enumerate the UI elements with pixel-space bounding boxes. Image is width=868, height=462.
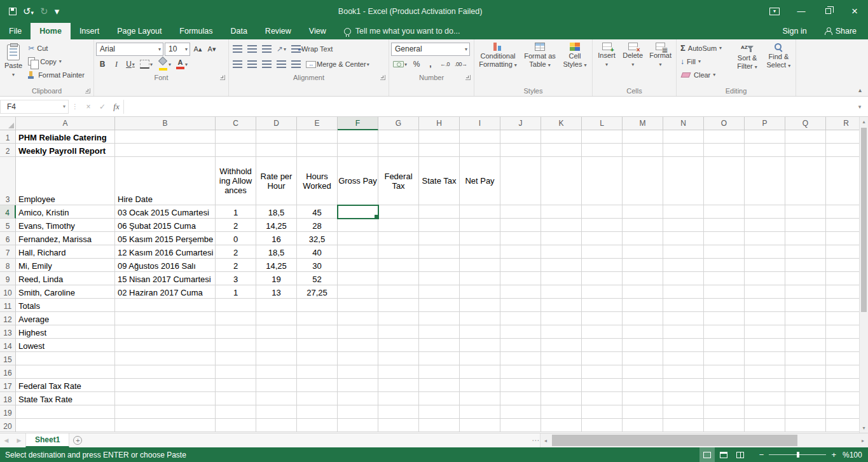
cell-I5[interactable] — [460, 219, 500, 232]
cell-E3[interactable]: Hours Worked — [297, 157, 338, 205]
cell-G12[interactable] — [378, 312, 419, 325]
cell-L15[interactable] — [582, 352, 623, 365]
tab-review[interactable]: Review — [256, 23, 300, 39]
cell-D12[interactable] — [256, 312, 297, 325]
column-header-D[interactable]: D — [256, 117, 297, 130]
cell-K17[interactable] — [541, 379, 582, 392]
cell-H15[interactable] — [419, 352, 460, 365]
cell-F6[interactable] — [338, 232, 378, 245]
column-header-K[interactable]: K — [541, 117, 582, 130]
cell-G9[interactable] — [378, 272, 419, 285]
row-header-18[interactable]: 18 — [0, 392, 16, 405]
cell-C19[interactable] — [216, 405, 256, 419]
cell-N4[interactable] — [663, 205, 704, 219]
tab-data[interactable]: Data — [221, 23, 256, 39]
save-icon[interactable] — [9, 8, 17, 15]
cell-F11[interactable] — [338, 299, 378, 312]
page-break-view-button[interactable] — [733, 447, 748, 462]
cell-B18[interactable] — [115, 392, 216, 405]
bottom-align-button[interactable] — [260, 43, 273, 56]
horizontal-scroll-thumb[interactable] — [552, 435, 797, 446]
horizontal-scrollbar[interactable]: ◂ ▸ — [540, 433, 868, 447]
cell-Q2[interactable] — [785, 144, 826, 157]
cell-M17[interactable] — [623, 379, 663, 392]
cell-G8[interactable] — [378, 259, 419, 272]
cell-C16[interactable] — [216, 365, 256, 379]
undo-button[interactable]: ↺▾ — [23, 6, 34, 17]
cell-E18[interactable] — [297, 392, 338, 405]
cell-C4[interactable]: 1 — [216, 205, 256, 219]
cell-P3[interactable] — [745, 157, 785, 205]
cell-N1[interactable] — [663, 130, 704, 144]
cell-I3[interactable]: Net Pay — [460, 157, 500, 205]
font-color-button[interactable]: A ▾ — [174, 58, 189, 71]
cell-Q19[interactable] — [785, 405, 826, 419]
cell-E19[interactable] — [297, 405, 338, 419]
collapse-ribbon-button[interactable]: ▴ — [858, 86, 862, 93]
cell-A12[interactable]: Average — [16, 312, 115, 325]
cell-B14[interactable] — [115, 339, 216, 352]
cell-A13[interactable]: Highest — [16, 325, 115, 339]
cell-B11[interactable] — [115, 299, 216, 312]
cell-I15[interactable] — [460, 352, 500, 365]
cell-M3[interactable] — [623, 157, 663, 205]
cell-A1[interactable]: PHM Reliable Catering — [16, 130, 115, 144]
cell-E4[interactable]: 45 — [297, 205, 338, 219]
cell-O15[interactable] — [704, 352, 745, 365]
cell-E9[interactable]: 52 — [297, 272, 338, 285]
cell-G19[interactable] — [378, 405, 419, 419]
cell-C5[interactable]: 2 — [216, 219, 256, 232]
cell-F3[interactable]: Gross Pay — [338, 157, 378, 205]
column-header-L[interactable]: L — [582, 117, 623, 130]
cell-G2[interactable] — [378, 144, 419, 157]
cell-G6[interactable] — [378, 232, 419, 245]
cell-B20[interactable] — [115, 419, 216, 432]
cell-H13[interactable] — [419, 325, 460, 339]
cell-J7[interactable] — [500, 245, 541, 259]
cell-Q18[interactable] — [785, 392, 826, 405]
conditional-formatting-button[interactable]: Conditional Formatting ▾ — [476, 41, 520, 83]
cell-P11[interactable] — [745, 299, 785, 312]
cell-N3[interactable] — [663, 157, 704, 205]
cell-K14[interactable] — [541, 339, 582, 352]
insert-cells-button[interactable]: Insert▾ — [595, 41, 619, 83]
cell-F1[interactable] — [338, 130, 378, 144]
cell-C1[interactable] — [216, 130, 256, 144]
cell-O8[interactable] — [704, 259, 745, 272]
cell-styles-button[interactable]: Cell Styles ▾ — [560, 41, 589, 83]
align-center-button[interactable] — [245, 58, 259, 71]
row-header-11[interactable]: 11 — [0, 299, 16, 312]
column-header-O[interactable]: O — [704, 117, 745, 130]
cell-L17[interactable] — [582, 379, 623, 392]
cell-I13[interactable] — [460, 325, 500, 339]
tab-file[interactable]: File — [0, 23, 31, 39]
cell-J13[interactable] — [500, 325, 541, 339]
cell-O14[interactable] — [704, 339, 745, 352]
cell-P14[interactable] — [745, 339, 785, 352]
cell-F12[interactable] — [338, 312, 378, 325]
cell-A15[interactable] — [16, 352, 115, 365]
cell-M1[interactable] — [623, 130, 663, 144]
cell-N10[interactable] — [663, 285, 704, 299]
column-header-C[interactable]: C — [216, 117, 256, 130]
cell-G13[interactable] — [378, 325, 419, 339]
decrease-font-size-button[interactable]: A▾ — [205, 43, 218, 56]
cell-K5[interactable] — [541, 219, 582, 232]
cell-J5[interactable] — [500, 219, 541, 232]
tab-page-layout[interactable]: Page Layout — [108, 23, 170, 39]
cell-D18[interactable] — [256, 392, 297, 405]
column-header-P[interactable]: P — [745, 117, 785, 130]
cell-P18[interactable] — [745, 392, 785, 405]
cell-H8[interactable] — [419, 259, 460, 272]
cell-I11[interactable] — [460, 299, 500, 312]
cell-G15[interactable] — [378, 352, 419, 365]
cell-H9[interactable] — [419, 272, 460, 285]
cell-M9[interactable] — [623, 272, 663, 285]
column-header-H[interactable]: H — [419, 117, 460, 130]
cell-O6[interactable] — [704, 232, 745, 245]
tab-home[interactable]: Home — [31, 23, 71, 39]
cell-C3[interactable]: Withholding Allowances — [216, 157, 256, 205]
cell-O16[interactable] — [704, 365, 745, 379]
new-sheet-button[interactable]: + — [69, 433, 86, 447]
cell-B1[interactable] — [115, 130, 216, 144]
